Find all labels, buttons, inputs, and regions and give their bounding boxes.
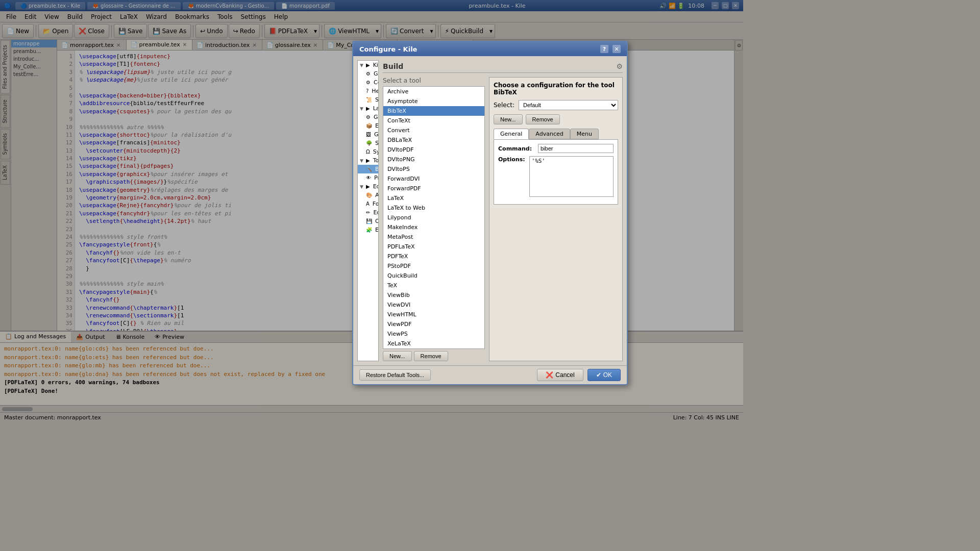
tree-item[interactable]: ✏Editing [358,208,378,217]
tool-list-buttons: New... Remove [383,351,485,361]
tool-list-item[interactable]: ForwardPDF [383,184,484,193]
command-input[interactable] [538,144,614,153]
tree-item[interactable]: 📜Scripting [358,95,378,104]
options-row: Options: [498,156,614,197]
tree-item[interactable]: 🔨Build [358,165,378,173]
build-content: Select a tool ArchiveAsymptoteBibTeXConT… [383,77,623,361]
command-label: Command: [498,145,534,152]
tool-list-item[interactable]: Asymptote [383,96,484,106]
tool-list-item[interactable]: DVItoPS [383,164,484,174]
tool-list-item[interactable]: TeX [383,281,484,290]
tree-item[interactable]: ?Help [358,87,378,95]
configure-dialog: Configure - Kile ? ✕ ▼▶Kile⚙General⚙Comp… [352,41,628,385]
tool-list-item[interactable]: XeLaTeX [383,339,484,348]
config-select-row: Select: Default [494,100,618,110]
tool-list-item[interactable]: ViewDVI [383,300,484,310]
tool-list-item[interactable]: DVItoPNG [383,155,484,164]
tool-list-item[interactable]: ViewBib [383,290,484,300]
tree-item[interactable]: ▼▶Tools [358,156,378,165]
tree-item[interactable]: ⚙General [358,69,378,78]
tree-panel: ▼▶Kile⚙General⚙Complete?Help📜Scripting▼▶… [357,60,379,361]
tree-item[interactable]: ▼▶Kile [358,61,378,69]
tree-item[interactable]: 📦Environments [358,121,378,130]
tool-list-item[interactable]: BibTeX [383,106,484,116]
tool-remove-button[interactable]: Remove [414,351,448,361]
tree-item[interactable]: ▼▶Editor [358,182,378,191]
dialog-footer-left: Restore Default Tools... [359,369,431,381]
tree-item[interactable]: ΩSymbol View [358,147,378,156]
cancel-label: Cancel [555,371,574,379]
select-tool-label: Select a tool [383,77,485,84]
tree-item[interactable]: ⚙General [358,113,378,121]
dialog-footer-right: ❌ Cancel ✔ OK [537,369,621,381]
build-title: Build [383,62,403,70]
config-form: Command: Options: [494,139,618,205]
tool-list-item[interactable]: ForwardDVI [383,174,484,184]
tool-list-item[interactable]: DBLaTeX [383,135,484,145]
config-tab-menu[interactable]: Menu [570,129,599,139]
tree-item[interactable]: 🧩Extensions [358,226,378,234]
tool-list-item[interactable]: ViewHTML [383,310,484,319]
ok-button[interactable]: ✔ OK [587,369,621,381]
config-remove-button[interactable]: Remove [526,114,560,124]
config-tab-advanced[interactable]: Advanced [529,129,570,139]
tool-list-item[interactable]: ConTeXt [383,116,484,126]
dialog-title-text: Configure - Kile [359,45,417,53]
options-textarea[interactable] [529,156,614,197]
config-panel: Choose a configuration for the tool BibT… [489,77,623,361]
gear-icon[interactable]: ⚙ [616,62,623,70]
config-title: Choose a configuration for the tool BibT… [494,82,618,96]
tool-list-item[interactable]: LaTeX to Web [383,203,484,213]
tool-list-item[interactable]: ViewPS [383,329,484,339]
dialog-close-btn[interactable]: ✕ [612,45,621,53]
tree-item[interactable]: 🌳Structure View [358,139,378,147]
tree-item[interactable]: ▼▶LaTeX [358,104,378,113]
tool-list-item[interactable]: Lilypond [383,213,484,222]
tool-list: ArchiveAsymptoteBibTeXConTeXtConvertDBLa… [383,86,485,349]
tool-list-item[interactable]: QuickBuild [383,271,484,281]
dialog-body: ▼▶Kile⚙General⚙Complete?Help📜Scripting▼▶… [353,56,627,365]
config-tab-general[interactable]: General [494,129,529,139]
tool-list-item[interactable]: DVItoPDF [383,145,484,155]
cancel-icon: ❌ [546,371,553,379]
command-row: Command: [498,144,614,153]
ok-icon: ✔ [596,371,601,379]
tree-item[interactable]: ⚙Complete [358,78,378,87]
tree-item[interactable]: 👁Preview [358,173,378,182]
options-label: Options: [498,156,525,163]
config-tabs: General Advanced Menu [494,129,618,139]
tool-list-item[interactable]: Convert [383,126,484,135]
tool-list-item[interactable]: PDFTeX [383,252,484,261]
dialog-help-btn[interactable]: ? [600,45,608,53]
cancel-button[interactable]: ❌ Cancel [537,369,583,381]
tool-list-item[interactable]: LaTeX [383,193,484,203]
tool-list-item[interactable]: MetaPost [383,232,484,242]
ok-label: OK [603,371,612,379]
tool-list-item[interactable]: Archive [383,87,484,96]
tool-list-item[interactable]: ViewPDF [383,319,484,329]
tool-list-item[interactable]: MakeIndex [383,222,484,232]
tree-item[interactable]: 🎨Appearance [358,191,378,199]
tree-item[interactable]: 🖼Graphics [358,130,378,139]
dialog-right: Build ⚙ Select a tool ArchiveAsymptoteBi… [383,60,623,361]
tree-item[interactable]: 💾Open/Save [358,217,378,226]
tool-list-container: Select a tool ArchiveAsymptoteBibTeXConT… [383,77,485,361]
build-header: Build ⚙ [383,60,623,73]
dialog-overlay: Configure - Kile ? ✕ ▼▶Kile⚙General⚙Comp… [0,0,743,422]
config-select[interactable]: Default [519,100,618,110]
dialog-title-bar: Configure - Kile ? ✕ [353,42,627,56]
dialog-footer: Restore Default Tools... ❌ Cancel ✔ OK [353,365,627,384]
tool-list-item[interactable]: PStoPDF [383,261,484,271]
restore-defaults-button[interactable]: Restore Default Tools... [359,369,431,381]
tool-new-button[interactable]: New... [383,351,412,361]
tool-list-item[interactable]: PDFLaTeX [383,242,484,252]
config-new-button[interactable]: New... [494,114,523,124]
select-label: Select: [494,102,514,109]
config-btn-row: New... Remove [494,114,618,124]
tree-item[interactable]: AFonts & Colors [358,199,378,208]
